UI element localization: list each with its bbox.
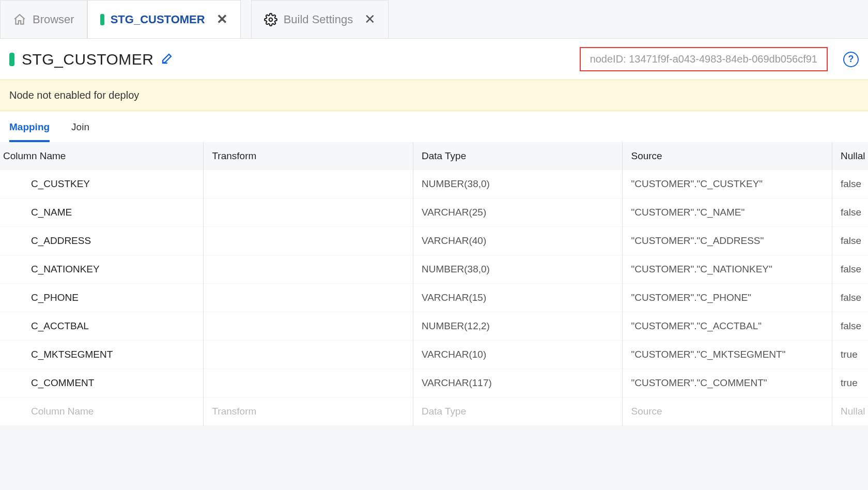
- col-header-nullable[interactable]: Nullal: [832, 142, 868, 170]
- cell-source[interactable]: "CUSTOMER"."C_MKTSEGMENT": [623, 341, 832, 369]
- cell-transform[interactable]: [204, 198, 413, 227]
- gear-icon: [264, 13, 277, 26]
- cell-column-name[interactable]: C_CUSTKEY: [0, 170, 204, 198]
- cell-column-name[interactable]: C_ADDRESS: [0, 227, 204, 255]
- table-row[interactable]: C_NAMEVARCHAR(25)"CUSTOMER"."C_NAME"fals…: [0, 198, 868, 227]
- placeholder-datatype[interactable]: Data Type: [413, 397, 623, 426]
- cell-datatype[interactable]: VARCHAR(117): [413, 369, 623, 397]
- tab-stg-customer[interactable]: STG_CUSTOMER ✕: [87, 0, 241, 38]
- cell-transform[interactable]: [204, 227, 413, 255]
- col-header-datatype[interactable]: Data Type: [413, 142, 623, 170]
- cell-transform[interactable]: [204, 170, 413, 198]
- cell-datatype[interactable]: VARCHAR(15): [413, 284, 623, 312]
- cell-transform[interactable]: [204, 312, 413, 341]
- cell-column-name[interactable]: C_PHONE: [0, 284, 204, 312]
- node-marker-icon: [100, 14, 104, 25]
- sub-tab-join-label: Join: [71, 121, 89, 132]
- cell-source[interactable]: "CUSTOMER"."C_PHONE": [623, 284, 832, 312]
- cell-source[interactable]: "CUSTOMER"."C_COMMENT": [623, 369, 832, 397]
- cell-datatype[interactable]: VARCHAR(25): [413, 198, 623, 227]
- table-row[interactable]: C_NATIONKEYNUMBER(38,0)"CUSTOMER"."C_NAT…: [0, 255, 868, 284]
- table-row[interactable]: C_COMMENTVARCHAR(117)"CUSTOMER"."C_COMME…: [0, 369, 868, 397]
- page-title: STG_CUSTOMER: [22, 51, 153, 68]
- table-row[interactable]: C_ACCTBALNUMBER(12,2)"CUSTOMER"."C_ACCTB…: [0, 312, 868, 341]
- node-marker-icon: [9, 53, 14, 66]
- table-row[interactable]: C_CUSTKEYNUMBER(38,0)"CUSTOMER"."C_CUSTK…: [0, 170, 868, 198]
- cell-nullable[interactable]: false: [832, 227, 868, 255]
- node-id-box: nodeID: 13471f9f-a043-4983-84eb-069db056…: [580, 47, 828, 71]
- cell-datatype[interactable]: NUMBER(12,2): [413, 312, 623, 341]
- help-icon[interactable]: ?: [843, 52, 859, 67]
- cell-column-name[interactable]: C_NATIONKEY: [0, 255, 204, 284]
- tab-build-settings[interactable]: Build Settings ✕: [251, 0, 389, 38]
- placeholder-transform[interactable]: Transform: [204, 397, 413, 426]
- cell-datatype[interactable]: NUMBER(38,0): [413, 255, 623, 284]
- cell-column-name[interactable]: C_NAME: [0, 198, 204, 227]
- cell-nullable[interactable]: false: [832, 284, 868, 312]
- tab-bar: Browser STG_CUSTOMER ✕ Build Settings ✕: [0, 0, 868, 39]
- cell-transform[interactable]: [204, 369, 413, 397]
- cell-source[interactable]: "CUSTOMER"."C_NAME": [623, 198, 832, 227]
- mapping-table: Column Name Transform Data Type Source N…: [0, 142, 868, 426]
- svg-point-0: [269, 18, 272, 21]
- table-row[interactable]: C_PHONEVARCHAR(15)"CUSTOMER"."C_PHONE"fa…: [0, 284, 868, 312]
- close-icon[interactable]: ✕: [364, 11, 376, 27]
- warning-banner: Node not enabled for deploy: [0, 80, 868, 111]
- cell-source[interactable]: "CUSTOMER"."C_CUSTKEY": [623, 170, 832, 198]
- cell-nullable[interactable]: false: [832, 312, 868, 341]
- sub-tab-mapping[interactable]: Mapping: [9, 121, 50, 142]
- cell-transform[interactable]: [204, 284, 413, 312]
- col-header-name[interactable]: Column Name: [0, 142, 204, 170]
- sub-tab-join[interactable]: Join: [71, 121, 89, 142]
- placeholder-nullable[interactable]: Nullal: [832, 397, 868, 426]
- cell-nullable[interactable]: false: [832, 255, 868, 284]
- edit-icon[interactable]: [161, 52, 173, 67]
- cell-datatype[interactable]: VARCHAR(40): [413, 227, 623, 255]
- cell-transform[interactable]: [204, 255, 413, 284]
- cell-source[interactable]: "CUSTOMER"."C_ADDRESS": [623, 227, 832, 255]
- cell-nullable[interactable]: true: [832, 369, 868, 397]
- cell-nullable[interactable]: true: [832, 341, 868, 369]
- cell-nullable[interactable]: false: [832, 170, 868, 198]
- cell-source[interactable]: "CUSTOMER"."C_NATIONKEY": [623, 255, 832, 284]
- col-header-source[interactable]: Source: [623, 142, 832, 170]
- tab-active-label: STG_CUSTOMER: [111, 13, 205, 26]
- cell-datatype[interactable]: VARCHAR(10): [413, 341, 623, 369]
- close-icon[interactable]: ✕: [216, 11, 228, 27]
- title-row: STG_CUSTOMER nodeID: 13471f9f-a043-4983-…: [0, 39, 868, 80]
- cell-source[interactable]: "CUSTOMER"."C_ACCTBAL": [623, 312, 832, 341]
- placeholder-column-name[interactable]: Column Name: [0, 397, 204, 426]
- sub-tabs: Mapping Join: [0, 111, 868, 142]
- table-row[interactable]: C_ADDRESSVARCHAR(40)"CUSTOMER"."C_ADDRES…: [0, 227, 868, 255]
- table-row[interactable]: C_MKTSEGMENTVARCHAR(10)"CUSTOMER"."C_MKT…: [0, 341, 868, 369]
- cell-nullable[interactable]: false: [832, 198, 868, 227]
- cell-column-name[interactable]: C_MKTSEGMENT: [0, 341, 204, 369]
- node-id-text: nodeID: 13471f9f-a043-4983-84eb-069db056…: [590, 53, 817, 65]
- tab-browser-label: Browser: [33, 13, 74, 26]
- tab-build-settings-label: Build Settings: [284, 13, 353, 26]
- col-header-transform[interactable]: Transform: [204, 142, 413, 170]
- table-header-row: Column Name Transform Data Type Source N…: [0, 142, 868, 170]
- table-row-placeholder[interactable]: Column NameTransformData TypeSourceNulla…: [0, 397, 868, 426]
- cell-datatype[interactable]: NUMBER(38,0): [413, 170, 623, 198]
- placeholder-source[interactable]: Source: [623, 397, 832, 426]
- home-icon: [13, 13, 26, 26]
- cell-transform[interactable]: [204, 341, 413, 369]
- tab-browser[interactable]: Browser: [0, 0, 87, 38]
- sub-tab-mapping-label: Mapping: [9, 121, 50, 132]
- warning-text: Node not enabled for deploy: [9, 89, 139, 101]
- cell-column-name[interactable]: C_COMMENT: [0, 369, 204, 397]
- cell-column-name[interactable]: C_ACCTBAL: [0, 312, 204, 341]
